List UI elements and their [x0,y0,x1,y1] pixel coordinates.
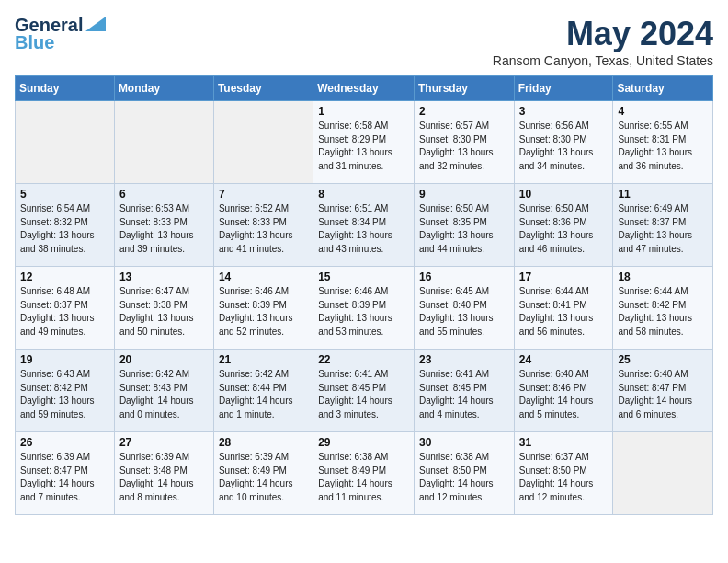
day-cell: 10Sunrise: 6:50 AM Sunset: 8:36 PM Dayli… [514,184,613,267]
day-info: Sunrise: 6:40 AM Sunset: 8:47 PM Dayligh… [618,368,708,421]
week-row-1: 5Sunrise: 6:54 AM Sunset: 8:32 PM Daylig… [16,184,713,267]
day-info: Sunrise: 6:55 AM Sunset: 8:31 PM Dayligh… [618,120,708,173]
day-info: Sunrise: 6:38 AM Sunset: 8:50 PM Dayligh… [419,451,509,504]
day-number: 17 [519,270,609,283]
day-cell: 28Sunrise: 6:39 AM Sunset: 8:49 PM Dayli… [213,432,313,515]
day-cell: 12Sunrise: 6:48 AM Sunset: 8:37 PM Dayli… [16,267,115,350]
day-cell: 26Sunrise: 6:39 AM Sunset: 8:47 PM Dayli… [16,432,115,515]
day-number: 19 [20,353,109,366]
day-cell: 24Sunrise: 6:40 AM Sunset: 8:46 PM Dayli… [514,350,613,432]
day-cell: 17Sunrise: 6:44 AM Sunset: 8:41 PM Dayli… [514,267,613,350]
month-title: May 2024 [493,15,713,53]
day-number: 11 [618,188,708,201]
day-info: Sunrise: 6:41 AM Sunset: 8:45 PM Dayligh… [318,368,409,421]
day-number: 20 [119,353,209,366]
day-cell: 11Sunrise: 6:49 AM Sunset: 8:37 PM Dayli… [613,184,713,267]
day-number: 1 [318,105,409,118]
day-cell: 6Sunrise: 6:53 AM Sunset: 8:33 PM Daylig… [114,184,213,267]
day-number: 29 [318,436,409,449]
day-number: 4 [618,105,708,118]
header-monday: Monday [114,76,213,101]
day-cell: 15Sunrise: 6:46 AM Sunset: 8:39 PM Dayli… [313,267,415,350]
day-cell: 20Sunrise: 6:42 AM Sunset: 8:43 PM Dayli… [114,350,213,432]
day-info: Sunrise: 6:54 AM Sunset: 8:32 PM Dayligh… [20,202,109,256]
day-cell: 21Sunrise: 6:42 AM Sunset: 8:44 PM Dayli… [213,350,313,432]
day-info: Sunrise: 6:42 AM Sunset: 8:44 PM Dayligh… [219,368,308,421]
day-info: Sunrise: 6:51 AM Sunset: 8:34 PM Dayligh… [318,202,409,256]
logo: General Blue [15,15,106,53]
day-number: 15 [318,270,409,283]
day-number: 30 [419,436,509,449]
day-info: Sunrise: 6:39 AM Sunset: 8:47 PM Dayligh… [20,451,109,504]
day-cell: 18Sunrise: 6:44 AM Sunset: 8:42 PM Dayli… [613,267,713,350]
day-cell: 29Sunrise: 6:38 AM Sunset: 8:49 PM Dayli… [313,432,415,515]
day-number: 5 [20,188,109,201]
day-number: 23 [419,353,509,366]
day-info: Sunrise: 6:45 AM Sunset: 8:40 PM Dayligh… [419,285,509,339]
week-row-0: 1Sunrise: 6:58 AM Sunset: 8:29 PM Daylig… [16,101,713,184]
day-cell: 23Sunrise: 6:41 AM Sunset: 8:45 PM Dayli… [414,350,514,432]
day-number: 6 [119,188,209,201]
day-info: Sunrise: 6:39 AM Sunset: 8:49 PM Dayligh… [219,451,308,504]
day-cell: 14Sunrise: 6:46 AM Sunset: 8:39 PM Dayli… [213,267,313,350]
day-info: Sunrise: 6:42 AM Sunset: 8:43 PM Dayligh… [119,368,209,421]
day-number: 2 [419,105,509,118]
day-cell: 25Sunrise: 6:40 AM Sunset: 8:47 PM Dayli… [613,350,713,432]
day-info: Sunrise: 6:47 AM Sunset: 8:38 PM Dayligh… [119,285,209,339]
day-cell: 30Sunrise: 6:38 AM Sunset: 8:50 PM Dayli… [414,432,514,515]
day-cell: 2Sunrise: 6:57 AM Sunset: 8:30 PM Daylig… [414,101,514,184]
week-row-4: 26Sunrise: 6:39 AM Sunset: 8:47 PM Dayli… [16,432,713,515]
day-info: Sunrise: 6:38 AM Sunset: 8:49 PM Dayligh… [318,451,409,504]
day-cell: 8Sunrise: 6:51 AM Sunset: 8:34 PM Daylig… [313,184,415,267]
day-info: Sunrise: 6:57 AM Sunset: 8:30 PM Dayligh… [419,120,509,173]
day-number: 26 [20,436,109,449]
day-number: 9 [419,188,509,201]
day-cell: 19Sunrise: 6:43 AM Sunset: 8:42 PM Dayli… [16,350,115,432]
day-cell [114,101,213,184]
header-wednesday: Wednesday [313,76,415,101]
day-info: Sunrise: 6:50 AM Sunset: 8:35 PM Dayligh… [419,202,509,256]
day-number: 22 [318,353,409,366]
day-cell: 9Sunrise: 6:50 AM Sunset: 8:35 PM Daylig… [414,184,514,267]
day-number: 31 [519,436,609,449]
day-number: 7 [219,188,308,201]
day-info: Sunrise: 6:46 AM Sunset: 8:39 PM Dayligh… [219,285,308,339]
day-cell: 13Sunrise: 6:47 AM Sunset: 8:38 PM Dayli… [114,267,213,350]
title-block: May 2024 Ransom Canyon, Texas, United St… [493,15,713,68]
header-friday: Friday [514,76,613,101]
day-cell: 5Sunrise: 6:54 AM Sunset: 8:32 PM Daylig… [16,184,115,267]
day-info: Sunrise: 6:58 AM Sunset: 8:29 PM Dayligh… [318,120,409,173]
day-number: 21 [219,353,308,366]
day-info: Sunrise: 6:49 AM Sunset: 8:37 PM Dayligh… [618,202,708,256]
day-cell: 7Sunrise: 6:52 AM Sunset: 8:33 PM Daylig… [213,184,313,267]
day-info: Sunrise: 6:50 AM Sunset: 8:36 PM Dayligh… [519,202,609,256]
logo-icon [85,17,106,31]
day-info: Sunrise: 6:37 AM Sunset: 8:50 PM Dayligh… [519,451,609,504]
day-number: 24 [519,353,609,366]
location-label: Ransom Canyon, Texas, United States [493,53,713,68]
svg-marker-0 [85,17,106,31]
day-info: Sunrise: 6:44 AM Sunset: 8:41 PM Dayligh… [519,285,609,339]
day-cell [613,432,713,515]
day-number: 3 [519,105,609,118]
header-thursday: Thursday [414,76,514,101]
day-info: Sunrise: 6:48 AM Sunset: 8:37 PM Dayligh… [20,285,109,339]
day-number: 25 [618,353,708,366]
day-cell [213,101,313,184]
day-info: Sunrise: 6:56 AM Sunset: 8:30 PM Dayligh… [519,120,609,173]
day-info: Sunrise: 6:46 AM Sunset: 8:39 PM Dayligh… [318,285,409,339]
day-number: 16 [419,270,509,283]
day-number: 10 [519,188,609,201]
header-tuesday: Tuesday [213,76,313,101]
day-cell: 22Sunrise: 6:41 AM Sunset: 8:45 PM Dayli… [313,350,415,432]
day-number: 28 [219,436,308,449]
day-number: 13 [119,270,209,283]
day-cell: 4Sunrise: 6:55 AM Sunset: 8:31 PM Daylig… [613,101,713,184]
day-number: 18 [618,270,708,283]
week-row-2: 12Sunrise: 6:48 AM Sunset: 8:37 PM Dayli… [16,267,713,350]
day-cell: 16Sunrise: 6:45 AM Sunset: 8:40 PM Dayli… [414,267,514,350]
day-cell [16,101,115,184]
header-sunday: Sunday [16,76,115,101]
day-info: Sunrise: 6:43 AM Sunset: 8:42 PM Dayligh… [20,368,109,421]
page-header: General Blue May 2024 Ransom Canyon, Tex… [15,15,713,68]
